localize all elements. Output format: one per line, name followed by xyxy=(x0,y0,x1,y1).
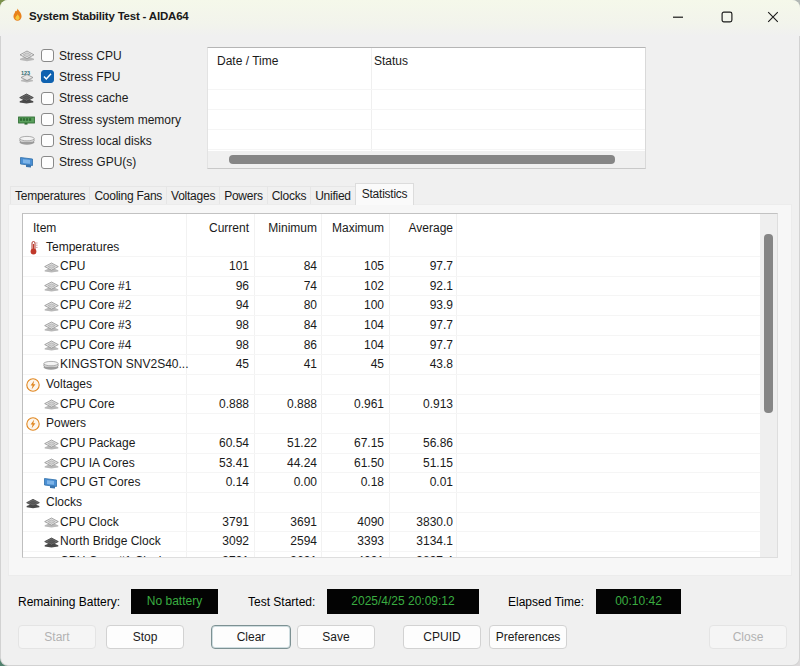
stats-row-cpu-clock[interactable]: CPU Clock3791369140903830.0 xyxy=(23,513,760,533)
stats-row-label: Temperatures xyxy=(46,238,119,257)
stats-row-cpu-core-1-clock[interactable]: CPU Core #1 Clock3791369140913837.4 xyxy=(23,552,760,558)
stats-row-cpu-core-2[interactable]: CPU Core #2948010093.9 xyxy=(23,296,760,316)
cache-chip-icon xyxy=(43,536,59,548)
stats-cell-minimum: 74 xyxy=(255,277,317,296)
stop-button[interactable]: Stop xyxy=(106,625,184,649)
stress-option-stress-local-disks[interactable]: Stress local disks xyxy=(18,130,203,151)
stats-row-clocks[interactable]: Clocks xyxy=(23,493,760,513)
preferences-button[interactable]: Preferences xyxy=(489,625,567,649)
stats-cell-average: 56.86 xyxy=(391,434,453,453)
stats-row-label: Powers xyxy=(46,414,86,433)
stats-cell-average: 3830.0 xyxy=(391,513,453,532)
stats-cell-average: 97.7 xyxy=(391,316,453,335)
elapsed-time-label: Elapsed Time: xyxy=(508,590,584,614)
stats-row-label: CPU Package xyxy=(60,434,135,453)
stats-cell-average: 0.913 xyxy=(391,395,453,414)
stats-cell-current: 98 xyxy=(187,336,249,355)
chip-light-icon xyxy=(43,458,59,470)
stats-row-powers[interactable]: Powers xyxy=(23,414,760,434)
stress-option-stress-cache[interactable]: Stress cache xyxy=(18,88,203,109)
stats-row-cpu-core-1[interactable]: CPU Core #1967410292.1 xyxy=(23,277,760,297)
stats-row-kingston-snv2s40[interactable]: KINGSTON SNV2S40...45414543.8 xyxy=(23,355,760,375)
battery-lcd: No battery xyxy=(131,589,218,614)
tab-voltages[interactable]: Voltages xyxy=(166,186,220,205)
stats-row-voltages[interactable]: Voltages xyxy=(23,375,760,395)
save-button[interactable]: Save xyxy=(297,625,375,649)
stats-cell-average: 92.1 xyxy=(391,277,453,296)
stats-row-cpu-core[interactable]: CPU Core0.8880.8880.9610.913 xyxy=(23,395,760,415)
app-flame-icon xyxy=(11,6,24,25)
chip-light-icon xyxy=(43,438,59,450)
stats-cell-minimum: 0.888 xyxy=(255,395,317,414)
stats-row-label: Clocks xyxy=(46,493,82,512)
chip-light-icon xyxy=(43,340,59,352)
stats-rows: TemperaturesCPU1018410597.7CPU Core #196… xyxy=(23,238,760,559)
cpuid-button[interactable]: CPUID xyxy=(403,625,481,649)
stats-cell-maximum: 104 xyxy=(322,316,384,335)
stats-row-label: Voltages xyxy=(46,375,92,394)
clear-button[interactable]: Clear xyxy=(211,625,291,649)
battery-label: Remaining Battery: xyxy=(18,590,120,614)
maximize-button[interactable] xyxy=(704,0,750,33)
checkbox-stress-cpu[interactable] xyxy=(41,49,54,62)
stats-cell-current: 3092 xyxy=(187,532,249,551)
tab-statistics[interactable]: Statistics xyxy=(355,183,415,205)
stress-option-stress-fpu[interactable]: 123Stress FPU xyxy=(18,66,203,87)
stats-row-cpu-package[interactable]: CPU Package60.5451.2267.1556.86 xyxy=(23,434,760,454)
checkbox-stress-system-memory[interactable] xyxy=(41,113,54,126)
test-started-label: Test Started: xyxy=(248,590,315,614)
stats-row-label: CPU Core #1 xyxy=(60,277,131,296)
stats-cell-average: 97.7 xyxy=(391,336,453,355)
checkbox-stress-cache[interactable] xyxy=(41,92,54,105)
stats-row-temperatures[interactable]: Temperatures xyxy=(23,238,760,258)
minimize-button[interactable] xyxy=(655,0,701,33)
checkbox-stress-fpu[interactable] xyxy=(41,70,54,83)
stats-row-cpu-ia-cores[interactable]: CPU IA Cores53.4144.2461.5051.15 xyxy=(23,454,760,474)
stats-cell-current: 3791 xyxy=(187,513,249,532)
tab-powers[interactable]: Powers xyxy=(219,186,268,205)
stress-option-label: Stress CPU xyxy=(59,49,122,63)
stress-option-stress-gpu-s[interactable]: Stress GPU(s) xyxy=(18,152,203,173)
close-button: Close xyxy=(709,625,787,649)
cache-chip-icon xyxy=(26,496,40,510)
stats-cell-maximum: 4090 xyxy=(322,513,384,532)
log-column-datetime[interactable]: Date / Time xyxy=(217,48,278,74)
stats-cell-maximum: 61.50 xyxy=(322,454,384,473)
minimize-icon xyxy=(672,11,684,23)
elapsed-time-lcd: 00:10:42 xyxy=(596,589,681,614)
stress-options: Stress CPU123Stress FPUStress cacheStres… xyxy=(18,45,203,173)
stats-cell-current: 101 xyxy=(187,257,249,276)
app-window: System Stability Test - AIDA64 Stress CP… xyxy=(0,0,800,666)
stats-row-north-bridge-clock[interactable]: North Bridge Clock3092259433933134.1 xyxy=(23,532,760,552)
tab-temperatures[interactable]: Temperatures xyxy=(10,186,90,205)
log-horizontal-scrollbar[interactable] xyxy=(208,151,645,168)
stats-row-cpu[interactable]: CPU1018410597.7 xyxy=(23,257,760,277)
stress-option-stress-cpu[interactable]: Stress CPU xyxy=(18,45,203,66)
thermometer-icon xyxy=(26,241,40,255)
log-scrollbar-thumb[interactable] xyxy=(229,155,615,164)
stats-row-cpu-core-4[interactable]: CPU Core #4988610497.7 xyxy=(23,336,760,356)
log-column-status[interactable]: Status xyxy=(374,48,408,74)
cpu-chip-icon xyxy=(18,50,35,62)
checkbox-stress-gpu-s[interactable] xyxy=(41,156,54,169)
stats-scrollbar-thumb[interactable] xyxy=(764,234,773,413)
stats-cell-minimum: 0.00 xyxy=(255,473,317,492)
stats-cell-minimum: 80 xyxy=(255,296,317,315)
tab-unified[interactable]: Unified xyxy=(310,186,356,205)
tab-cooling-fans[interactable]: Cooling Fans xyxy=(89,186,167,205)
stats-cell-minimum: 3691 xyxy=(255,552,317,558)
stats-cell-average: 97.7 xyxy=(391,257,453,276)
close-button[interactable] xyxy=(750,0,796,33)
tab-clocks[interactable]: Clocks xyxy=(267,186,312,205)
stats-row-cpu-core-3[interactable]: CPU Core #3988410497.7 xyxy=(23,316,760,336)
stats-row-cpu-gt-cores[interactable]: CPU GT Cores0.140.000.180.01 xyxy=(23,473,760,493)
stats-row-label: CPU Core #3 xyxy=(60,316,131,335)
stats-cell-minimum: 51.22 xyxy=(255,434,317,453)
stats-vertical-scrollbar[interactable] xyxy=(760,214,777,557)
stats-cell-maximum: 105 xyxy=(322,257,384,276)
stats-row-label: CPU Core #2 xyxy=(60,296,131,315)
stats-cell-average: 0.01 xyxy=(391,473,453,492)
stress-option-stress-system-memory[interactable]: Stress system memory xyxy=(18,109,203,130)
checkbox-stress-local-disks[interactable] xyxy=(41,134,54,147)
chip-light-icon xyxy=(43,281,59,293)
